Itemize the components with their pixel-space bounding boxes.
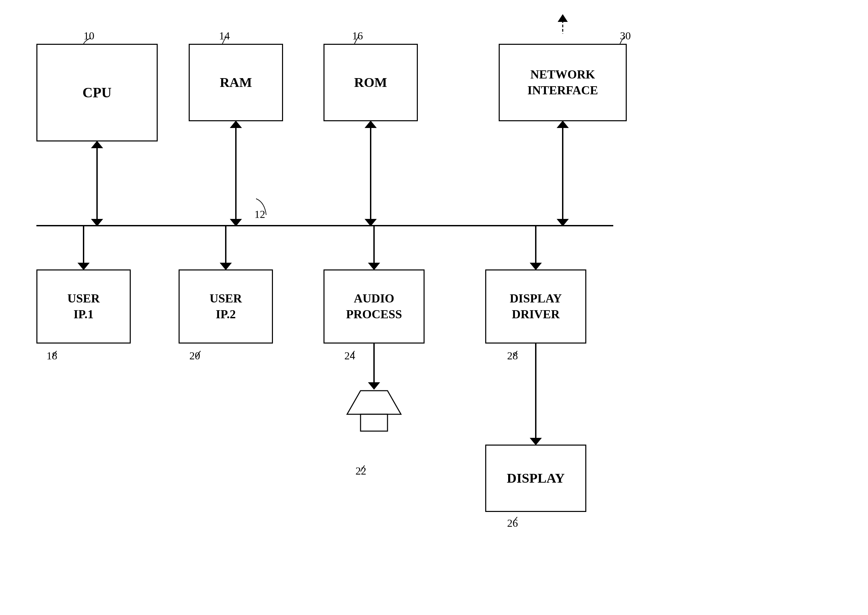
svg-marker-29 xyxy=(347,391,401,414)
ref-24: 24 xyxy=(344,350,355,362)
svg-marker-13 xyxy=(558,14,568,22)
svg-marker-11 xyxy=(364,219,377,226)
ref-14: 14 xyxy=(219,30,230,42)
svg-marker-22 xyxy=(368,263,380,270)
svg-marker-18 xyxy=(78,263,90,270)
ram-block: RAM xyxy=(189,44,283,121)
ref-16: 16 xyxy=(352,30,363,42)
user-ip1-block: USERIP.1 xyxy=(36,270,131,343)
svg-marker-26 xyxy=(530,438,542,445)
cpu-block: CPU xyxy=(36,44,158,142)
diagram: CPU RAM ROM NETWORKINTERFACE USERIP.1 US… xyxy=(0,0,868,615)
display-driver-block: DISPLAYDRIVER xyxy=(485,270,586,343)
user-ip2-block: USERIP.2 xyxy=(178,270,273,343)
network-interface-block: NETWORKINTERFACE xyxy=(499,44,627,121)
svg-marker-10 xyxy=(364,120,377,128)
rom-block: ROM xyxy=(324,44,418,121)
svg-marker-8 xyxy=(230,219,242,226)
svg-marker-5 xyxy=(91,219,103,226)
ref-30: 30 xyxy=(620,30,631,42)
ref-12: 12 xyxy=(254,208,265,221)
svg-marker-15 xyxy=(557,120,569,128)
audio-process-block: AUDIOPROCESS xyxy=(324,270,425,343)
ref-26: 26 xyxy=(507,517,518,529)
svg-marker-16 xyxy=(557,219,569,226)
svg-rect-30 xyxy=(361,414,388,431)
ref-18: 18 xyxy=(47,350,57,362)
ref-10: 10 xyxy=(84,30,94,42)
svg-marker-7 xyxy=(230,120,242,128)
ref-20: 20 xyxy=(189,350,200,362)
svg-marker-4 xyxy=(91,141,103,148)
speaker-icon xyxy=(333,387,414,455)
svg-marker-20 xyxy=(220,263,232,270)
ref-22: 22 xyxy=(355,465,366,477)
display-block: DISPLAY xyxy=(485,445,586,512)
svg-marker-24 xyxy=(530,263,542,270)
ref-28: 28 xyxy=(507,350,518,362)
